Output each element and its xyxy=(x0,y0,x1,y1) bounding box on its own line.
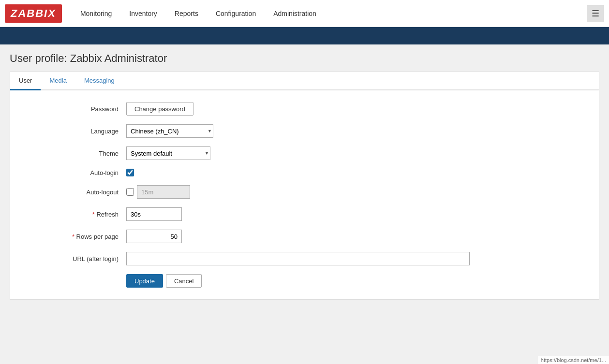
language-label: Language xyxy=(20,128,126,135)
autologout-row: Auto-logout xyxy=(20,185,589,199)
autologin-row: Auto-login xyxy=(20,169,589,176)
theme-select[interactable]: System default Blue Dark High-contrast l… xyxy=(126,146,210,160)
header: ZABBIX Monitoring Inventory Reports Conf… xyxy=(0,0,609,27)
user-menu-button[interactable]: ☰ xyxy=(587,5,604,22)
tab-messaging[interactable]: Messaging xyxy=(75,72,123,90)
rows-per-page-row: Rows per page xyxy=(20,230,589,243)
page-content: User profile: Zabbix Administrator User … xyxy=(0,44,609,364)
rows-per-page-label: Rows per page xyxy=(20,233,126,240)
nav-monitoring[interactable]: Monitoring xyxy=(72,0,120,27)
nav-administration[interactable]: Administration xyxy=(265,0,325,27)
update-button[interactable]: Update xyxy=(126,274,163,288)
autologin-label: Auto-login xyxy=(20,169,126,176)
change-password-button[interactable]: Change password xyxy=(126,102,193,116)
theme-row: Theme System default Blue Dark High-cont… xyxy=(20,146,589,160)
form-area: Password Change password Language Chines… xyxy=(10,90,599,300)
form-buttons: Update Cancel xyxy=(126,274,589,288)
cancel-button[interactable]: Cancel xyxy=(166,274,202,288)
page-title: User profile: Zabbix Administrator xyxy=(10,52,599,65)
bottom-url-hint: https://blog.csdn.net/me/1... xyxy=(538,356,609,364)
autologout-label: Auto-logout xyxy=(20,189,126,196)
nav-reports[interactable]: Reports xyxy=(166,0,207,27)
password-row: Password Change password xyxy=(20,102,589,116)
nav-inventory[interactable]: Inventory xyxy=(120,0,166,27)
password-label: Password xyxy=(20,105,126,113)
rows-per-page-input[interactable] xyxy=(126,230,182,243)
tab-media[interactable]: Media xyxy=(41,72,75,90)
url-row: URL (after login) xyxy=(20,252,589,265)
url-input[interactable] xyxy=(126,252,470,265)
refresh-input[interactable] xyxy=(126,207,182,221)
tab-user[interactable]: User xyxy=(10,72,41,90)
autologout-checkbox[interactable] xyxy=(126,188,134,196)
theme-label: Theme xyxy=(20,150,126,157)
autologin-checkbox[interactable] xyxy=(126,169,134,176)
language-row: Language Chinese (zh_CN) Default English… xyxy=(20,124,589,138)
language-select-wrapper: Chinese (zh_CN) Default English (en_US) … xyxy=(126,124,213,138)
nav-configuration[interactable]: Configuration xyxy=(207,0,265,27)
header-right: ☰ xyxy=(587,5,604,22)
language-select[interactable]: Chinese (zh_CN) Default English (en_US) … xyxy=(126,124,213,138)
logo: ZABBIX xyxy=(5,4,62,23)
subheader-bar xyxy=(0,27,609,44)
refresh-label: Refresh xyxy=(20,211,126,218)
theme-select-wrapper: System default Blue Dark High-contrast l… xyxy=(126,146,210,160)
refresh-row: Refresh xyxy=(20,207,589,221)
url-label: URL (after login) xyxy=(20,255,126,262)
main-nav: Monitoring Inventory Reports Configurati… xyxy=(72,0,325,27)
autologout-input[interactable] xyxy=(137,185,190,199)
tabs-container: User Media Messaging xyxy=(10,72,599,90)
